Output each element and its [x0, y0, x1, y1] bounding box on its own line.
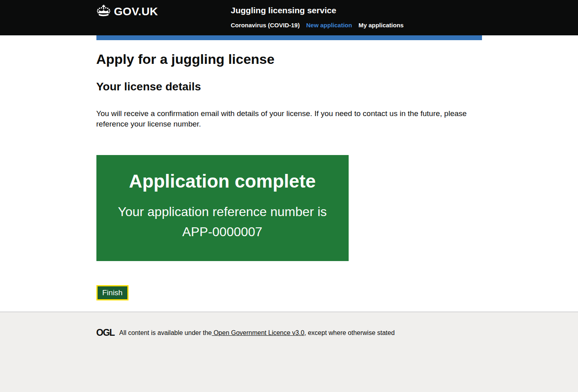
main-content: Apply for a juggling license Your licens… — [96, 40, 482, 312]
footer-license-text: All content is available under the Open … — [119, 329, 395, 337]
license-text-prefix: All content is available under the — [119, 329, 212, 336]
confirmation-panel-title: Application complete — [104, 172, 341, 190]
nav-link-coronavirus[interactable]: Coronavirus (COVID-19) — [231, 22, 300, 29]
govuk-footer: OGL All content is available under the O… — [0, 312, 578, 392]
service-navigation: Coronavirus (COVID-19) New application M… — [231, 22, 482, 29]
nav-link-my-applications[interactable]: My applications — [358, 22, 404, 29]
page-title: Apply for a juggling license — [96, 51, 482, 67]
section-title: Your license details — [96, 80, 482, 93]
license-text-suffix: , except where otherwise stated — [304, 329, 395, 336]
intro-text: You will receive a confirmation email wi… — [96, 108, 476, 129]
govuk-header: GOV.UK Juggling licensing service Corona… — [0, 0, 578, 35]
govuk-logo-text: GOV.UK — [114, 6, 158, 17]
ogl-logo: OGL — [96, 328, 114, 337]
header-inner: GOV.UK Juggling licensing service Corona… — [96, 0, 482, 29]
govuk-logo-link[interactable]: GOV.UK — [96, 5, 158, 18]
header-accent-bar — [96, 35, 482, 40]
confirmation-panel: Application complete Your application re… — [96, 155, 349, 261]
open-government-licence-link[interactable]: Open Government Licence v3.0 — [212, 329, 304, 336]
service-name: Juggling licensing service — [231, 6, 482, 15]
confirmation-panel-body: Your application reference number is APP… — [110, 202, 335, 242]
crown-icon — [96, 5, 111, 18]
nav-link-new-application[interactable]: New application — [306, 22, 352, 29]
footer-inner: OGL All content is available under the O… — [96, 312, 482, 337]
service-block: Juggling licensing service Coronavirus (… — [231, 5, 482, 29]
finish-button[interactable]: Finish — [96, 285, 129, 300]
